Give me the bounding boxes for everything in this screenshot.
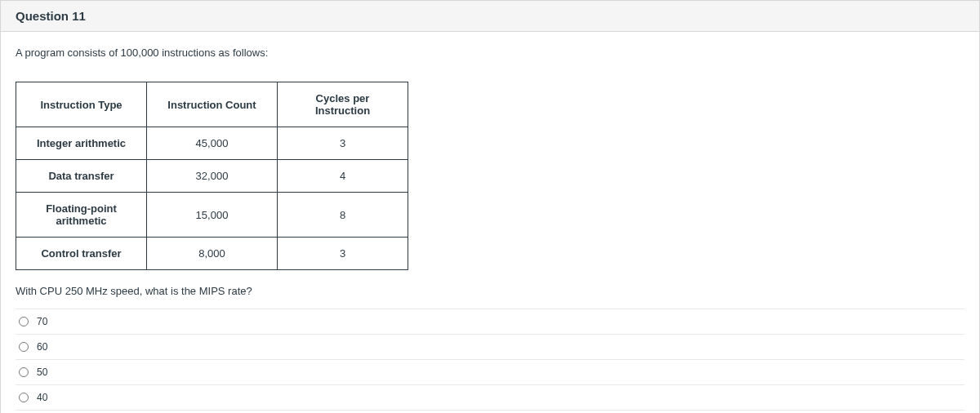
table-cell: Floating-point arithmetic [16, 193, 147, 238]
option-row[interactable]: 50 [16, 360, 964, 385]
option-label: 40 [37, 392, 47, 403]
table-header-cell: Instruction Count [147, 82, 278, 127]
table-cell: 8 [278, 193, 408, 238]
option-radio[interactable] [19, 367, 29, 377]
options-list: 70 60 50 40 None of them [16, 309, 964, 413]
question-container: Question 11 A program consists of 100,00… [0, 0, 980, 413]
table-cell: 32,000 [147, 160, 278, 193]
table-cell: 8,000 [147, 238, 278, 270]
table-header-row: Instruction Type Instruction Count Cycle… [16, 82, 408, 127]
table-cell: 3 [278, 127, 408, 160]
question-title: Question 11 [16, 9, 964, 23]
table-cell: 15,000 [147, 193, 278, 238]
table-cell: Control transfer [16, 238, 147, 270]
option-radio[interactable] [19, 342, 29, 352]
table-header-cell: Instruction Type [16, 82, 147, 127]
table-row: Data transfer 32,000 4 [16, 160, 408, 193]
table-header-cell: Cycles per Instruction [278, 82, 408, 127]
table-row: Floating-point arithmetic 15,000 8 [16, 193, 408, 238]
option-radio[interactable] [19, 393, 29, 402]
intro-text: A program consists of 100,000 instructio… [16, 47, 964, 59]
table-cell: 45,000 [147, 127, 278, 160]
table-cell: Data transfer [16, 160, 147, 193]
option-radio[interactable] [19, 317, 29, 326]
table-row: Control transfer 8,000 3 [16, 238, 408, 270]
option-row[interactable]: 40 [16, 385, 964, 411]
follow-text: With CPU 250 MHz speed, what is the MIPS… [16, 285, 964, 297]
option-row[interactable]: 60 [16, 335, 964, 360]
question-body: A program consists of 100,000 instructio… [1, 32, 979, 413]
table-cell: Integer arithmetic [16, 127, 147, 160]
option-label: 70 [37, 316, 47, 327]
table-cell: 4 [278, 160, 408, 193]
option-row[interactable]: 70 [16, 309, 964, 335]
option-label: 50 [37, 366, 47, 378]
table-row: Integer arithmetic 45,000 3 [16, 127, 408, 160]
table-cell: 3 [278, 238, 408, 270]
instruction-table: Instruction Type Instruction Count Cycle… [16, 82, 408, 270]
question-header: Question 11 [1, 1, 979, 32]
option-label: 60 [37, 341, 47, 353]
